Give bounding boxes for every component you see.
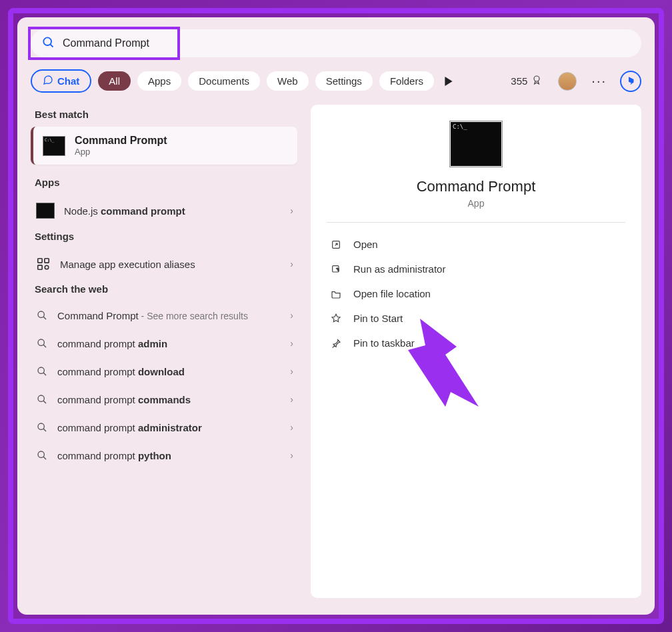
action-open[interactable]: Open — [327, 232, 625, 257]
command-prompt-icon — [449, 121, 503, 167]
chevron-right-icon: › — [290, 422, 293, 433]
section-best-match: Best match — [35, 109, 297, 120]
web-result[interactable]: Command Prompt - See more search results… — [31, 301, 297, 329]
open-icon — [329, 239, 343, 250]
all-filter[interactable]: All — [98, 71, 131, 91]
svg-point-11 — [38, 367, 44, 373]
list-item-label: command prompt administrator — [57, 422, 292, 433]
svg-line-10 — [43, 345, 46, 347]
list-item-label: Manage app execution aliases — [60, 259, 292, 270]
chevron-right-icon: › — [290, 450, 293, 461]
preview-pane: Command Prompt App Open Run as administr… — [311, 105, 641, 598]
app-alias-icon — [36, 257, 51, 271]
action-label: Pin to Start — [353, 313, 403, 324]
preview-title: Command Prompt — [327, 178, 625, 195]
search-input[interactable] — [63, 37, 631, 49]
svg-line-18 — [43, 457, 46, 459]
best-match-result[interactable]: Command Prompt App — [31, 127, 297, 165]
svg-rect-3 — [38, 259, 42, 263]
list-item-label: Node.js command prompt — [64, 205, 292, 217]
action-open-location[interactable]: Open file location — [327, 281, 625, 306]
documents-filter[interactable]: Documents — [188, 71, 260, 91]
search-icon — [36, 365, 48, 377]
search-icon — [36, 421, 48, 433]
svg-point-2 — [534, 76, 539, 81]
settings-result-aliases[interactable]: Manage app execution aliases › — [31, 249, 297, 279]
svg-point-7 — [38, 311, 44, 317]
svg-point-0 — [43, 37, 51, 45]
filter-row: Chat All Apps Documents Web Settings Fol… — [31, 69, 641, 93]
command-prompt-icon — [43, 136, 65, 156]
search-icon — [36, 309, 48, 321]
svg-point-15 — [38, 423, 44, 429]
results-list: Best match Command Prompt App Apps Node.… — [31, 105, 297, 598]
chat-filter[interactable]: Chat — [31, 69, 91, 93]
app-result-nodejs[interactable]: Node.js command prompt › — [31, 195, 297, 227]
web-result[interactable]: command prompt commands › — [31, 385, 297, 413]
list-item-label: command prompt admin — [57, 338, 292, 349]
action-pin-taskbar[interactable]: Pin to taskbar — [327, 331, 625, 355]
svg-line-8 — [43, 317, 46, 319]
user-avatar[interactable] — [558, 72, 577, 91]
svg-line-1 — [50, 44, 53, 47]
search-icon — [36, 337, 48, 349]
web-filter[interactable]: Web — [267, 71, 309, 91]
search-bar[interactable] — [31, 29, 641, 57]
svg-rect-4 — [45, 259, 49, 263]
best-match-subtitle: App — [75, 147, 167, 157]
chevron-right-icon: › — [290, 205, 293, 216]
chevron-right-icon: › — [290, 259, 293, 269]
action-label: Open file location — [353, 288, 431, 299]
section-settings: Settings — [35, 231, 297, 242]
preview-subtitle: App — [327, 198, 625, 209]
more-filters-icon[interactable] — [441, 73, 457, 89]
list-item-label: command prompt download — [57, 366, 292, 377]
search-icon — [36, 449, 48, 461]
web-result[interactable]: command prompt python › — [31, 441, 297, 469]
admin-shield-icon — [329, 264, 343, 275]
best-match-title: Command Prompt — [75, 135, 167, 147]
search-icon — [41, 35, 55, 51]
chevron-right-icon: › — [290, 394, 293, 405]
list-item-label: Command Prompt - See more search results — [57, 310, 292, 321]
svg-line-14 — [43, 401, 46, 403]
list-item-label: command prompt python — [57, 450, 292, 461]
search-icon — [36, 393, 48, 405]
chat-label: Chat — [57, 75, 79, 87]
web-result[interactable]: command prompt admin › — [31, 329, 297, 357]
action-label: Run as administrator — [353, 263, 445, 275]
action-pin-start[interactable]: Pin to Start — [327, 306, 625, 331]
apps-filter[interactable]: Apps — [137, 71, 181, 91]
rewards-points[interactable]: 355 — [511, 74, 542, 88]
folder-icon — [329, 289, 343, 299]
svg-point-13 — [38, 395, 44, 401]
action-label: Pin to taskbar — [353, 337, 415, 349]
web-result[interactable]: command prompt download › — [31, 357, 297, 385]
section-apps: Apps — [35, 177, 297, 188]
more-options-button[interactable]: ··· — [591, 73, 607, 89]
list-item-label: command prompt commands — [57, 394, 292, 405]
svg-point-6 — [45, 265, 49, 269]
action-run-admin[interactable]: Run as administrator — [327, 257, 625, 281]
chevron-right-icon: › — [290, 338, 293, 349]
pin-icon — [329, 313, 343, 324]
points-value: 355 — [511, 75, 527, 87]
section-web: Search the web — [35, 283, 297, 295]
chevron-right-icon: › — [290, 366, 293, 377]
chevron-right-icon: › — [290, 310, 293, 321]
command-prompt-icon — [36, 203, 55, 219]
divider — [327, 222, 625, 223]
svg-point-9 — [38, 339, 44, 345]
folders-filter[interactable]: Folders — [379, 71, 434, 91]
bing-chat-icon — [43, 75, 53, 87]
action-label: Open — [353, 239, 378, 250]
svg-line-16 — [43, 429, 46, 431]
bing-chat-button[interactable] — [620, 71, 641, 92]
pin-icon — [329, 338, 343, 349]
svg-point-17 — [38, 451, 44, 457]
start-search-panel: Chat All Apps Documents Web Settings Fol… — [17, 17, 655, 615]
medal-icon — [531, 74, 542, 88]
settings-filter[interactable]: Settings — [315, 71, 373, 91]
web-result[interactable]: command prompt administrator › — [31, 413, 297, 441]
svg-line-12 — [43, 373, 46, 375]
